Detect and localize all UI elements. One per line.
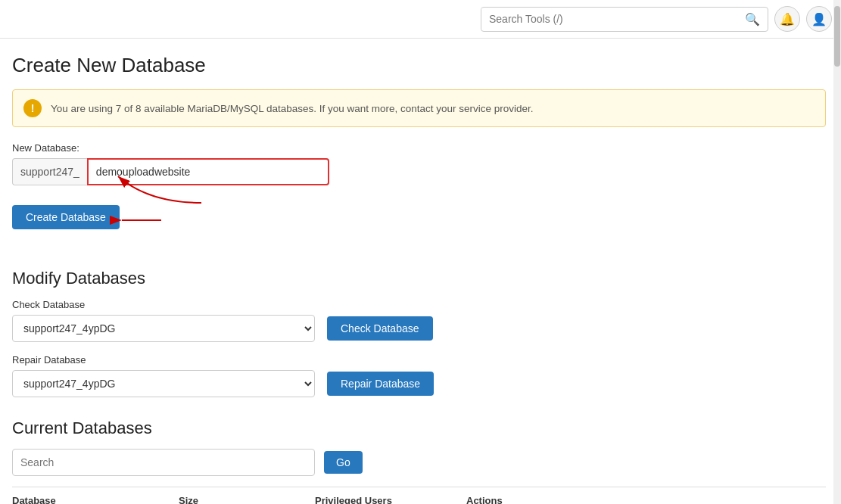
col-header-size: Size [179, 495, 315, 504]
alert-warning: ! You are using 7 of 8 available MariaDB… [12, 89, 826, 127]
check-database-button[interactable]: Check Database [327, 316, 433, 341]
check-database-label: Check Database [12, 299, 826, 310]
bell-icon: 🔔 [780, 12, 795, 26]
go-button[interactable]: Go [324, 451, 363, 474]
current-db-search-input[interactable] [12, 449, 315, 476]
bell-button[interactable]: 🔔 [774, 6, 800, 32]
col-header-actions: Actions [466, 495, 826, 504]
col-header-database: Database [12, 495, 179, 504]
red-arrow2-annotation [116, 211, 165, 229]
search-tools-wrap: 🔍 [481, 7, 768, 32]
repair-database-controls: support247_4ypDG Repair Database [12, 370, 826, 397]
alert-text: You are using 7 of 8 available MariaDB/M… [51, 103, 534, 114]
search-tools-button[interactable]: 🔍 [737, 8, 768, 31]
current-databases-section: Current Databases Go Database Size Privi… [12, 418, 826, 504]
create-database-button[interactable]: Create Database [12, 205, 120, 229]
alert-icon: ! [23, 99, 42, 117]
new-db-row: support247_ [12, 158, 329, 185]
current-db-search-row: Go [12, 449, 826, 476]
check-database-select[interactable]: support247_4ypDG [12, 315, 315, 342]
page-title: Create New Database [12, 54, 826, 77]
check-database-controls: support247_4ypDG Check Database [12, 315, 826, 342]
current-databases-title: Current Databases [12, 418, 826, 438]
col-header-privileged: Privileged Users [315, 495, 466, 504]
scrollbar-thumb[interactable] [834, 6, 840, 67]
new-database-label: New Database: [12, 142, 826, 154]
search-icon: 🔍 [745, 13, 760, 26]
check-database-section: Check Database support247_4ypDG Check Da… [12, 299, 826, 342]
user-button[interactable]: 👤 [806, 6, 832, 32]
scrollbar[interactable] [833, 0, 841, 504]
repair-database-section: Repair Database support247_4ypDG Repair … [12, 354, 826, 397]
db-table-header: Database Size Privileged Users Actions [12, 487, 826, 504]
new-db-prefix: support247_ [12, 158, 87, 185]
topbar: 🔍 🔔 👤 [0, 0, 841, 39]
search-tools-input[interactable] [481, 8, 737, 30]
user-icon: 👤 [811, 12, 827, 26]
repair-database-label: Repair Database [12, 354, 826, 366]
modify-databases-title: Modify Databases [12, 269, 826, 288]
repair-database-button[interactable]: Repair Database [327, 372, 434, 396]
main-content: Create New Database ! You are using 7 of… [0, 39, 841, 504]
new-db-input[interactable] [87, 158, 329, 185]
repair-database-select[interactable]: support247_4ypDG [12, 370, 315, 397]
